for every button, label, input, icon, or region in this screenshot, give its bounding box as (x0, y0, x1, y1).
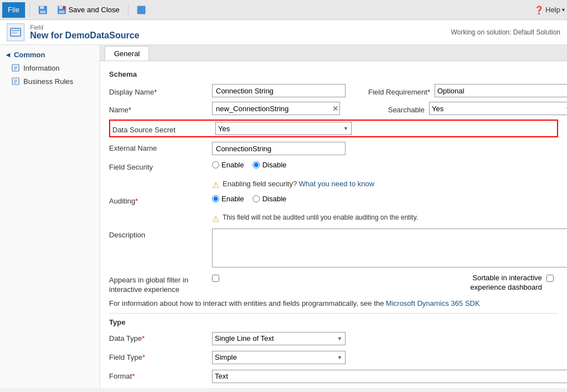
appears-label: Appears in global filter in interactive … (109, 274, 212, 295)
data-type-field: Single Line of Text Whole Number Floatin… (212, 332, 558, 345)
data-type-select[interactable]: Single Line of Text Whole Number Floatin… (212, 332, 346, 345)
data-type-wrapper: Single Line of Text Whole Number Floatin… (212, 332, 346, 345)
field-requirement-select[interactable]: Optional Business Required Business Reco… (435, 84, 567, 97)
field-security-disable-label[interactable]: Disable (253, 161, 286, 169)
name-row: Name* ✕ Searchable Yes No (109, 102, 558, 115)
description-row: Description (109, 229, 558, 269)
information-icon (11, 63, 20, 72)
page-header: Field New for DemoDataSource Working on … (0, 20, 567, 45)
auditing-enable-text: Enable (221, 195, 244, 203)
sdk-link[interactable]: Microsoft Dynamics 365 SDK (386, 299, 480, 307)
schema-section-header: Schema (109, 70, 558, 78)
sortable-col: Sortable in interactive experience dashb… (334, 274, 559, 292)
info-text-row: For information about how to interact wi… (109, 299, 558, 307)
help-label: Help (545, 6, 560, 14)
auditing-enable-radio[interactable] (212, 195, 219, 202)
display-name-input[interactable] (212, 84, 346, 97)
field-security-enable-text: Enable (221, 161, 244, 169)
field-security-row: Field Security Enable Disable (109, 161, 558, 175)
data-source-secret-label: Data Source Secret (112, 123, 215, 134)
external-name-field (212, 142, 558, 155)
searchable-label: Searchable (340, 103, 429, 114)
external-name-row: External Name (109, 142, 558, 156)
page-subtitle: Field (30, 24, 140, 31)
sidebar-item-business-rules[interactable]: Business Rules (0, 75, 100, 88)
form-content: Schema Display Name* Field Requirement* … (100, 61, 567, 388)
auditing-enable-label[interactable]: Enable (212, 195, 244, 203)
tab-general[interactable]: General (105, 46, 149, 61)
field-security-field: Enable Disable (212, 161, 558, 169)
main-layout: ◄ Common Information (0, 45, 567, 388)
field-type-select[interactable]: Simple Calculated Rollup (212, 351, 346, 364)
name-input[interactable] (212, 102, 340, 115)
format-select[interactable]: Text Email URL (212, 370, 567, 383)
help-dropdown-icon: ▾ (562, 7, 565, 13)
auditing-disable-label[interactable]: Disable (253, 195, 286, 203)
description-label: Description (109, 229, 212, 240)
svg-rect-2 (40, 11, 46, 13)
page-title: New for DemoDataSource (30, 31, 140, 41)
file-button[interactable]: File (2, 2, 25, 18)
auditing-radio-group: Enable Disable (212, 195, 287, 203)
data-type-row: Data Type* Single Line of Text Whole Num… (109, 332, 558, 346)
format-wrapper: Text Email URL (212, 370, 567, 383)
svg-rect-4 (59, 6, 63, 9)
field-security-warning-link[interactable]: What you need to know (299, 180, 374, 188)
extra-icon-button[interactable] (133, 2, 150, 18)
sortable-label: Sortable in interactive experience dashb… (435, 274, 546, 292)
svg-rect-8 (137, 6, 145, 14)
data-source-secret-row: Data Source Secret Yes No (109, 120, 558, 137)
save-icon-button[interactable] (34, 2, 51, 18)
field-type-row: Field Type* Simple Calculated Rollup (109, 351, 558, 365)
floppy-x-icon (57, 6, 66, 14)
data-type-label: Data Type* (109, 332, 212, 344)
tab-bar: General (100, 45, 567, 61)
svg-rect-11 (12, 32, 17, 33)
field-security-enable-radio[interactable] (212, 161, 219, 168)
name-clear-button[interactable]: ✕ (332, 104, 339, 113)
warning-icon-1: ⚠ (212, 180, 219, 190)
field-security-radio-group: Enable Disable (212, 161, 287, 169)
working-on-text: Working on solution: Default Solution (451, 28, 560, 36)
type-section-header: Type (109, 318, 558, 326)
sidebar: ◄ Common Information (0, 45, 100, 388)
save-close-button[interactable]: Save and Close (53, 2, 124, 18)
auditing-disable-radio[interactable] (253, 195, 260, 202)
header-icon (7, 23, 24, 41)
header-text: Field New for DemoDataSource (30, 24, 140, 41)
help-circle-icon: ❓ (534, 6, 544, 14)
field-security-enable-label[interactable]: Enable (212, 161, 244, 169)
auditing-field: Enable Disable (212, 195, 558, 203)
description-textarea[interactable] (212, 229, 567, 267)
format-row: Format* Text Email URL (109, 370, 558, 384)
field-security-warning-text: Enabling field security? What you need t… (223, 180, 374, 188)
help-button[interactable]: ❓ Help ▾ (534, 6, 565, 14)
display-name-required: * (154, 88, 157, 96)
appears-checkbox[interactable] (212, 275, 219, 282)
floppy-icon (38, 6, 47, 14)
field-requirement-label: Field Requirement* (346, 86, 435, 96)
field-type-field: Simple Calculated Rollup (212, 351, 558, 364)
searchable-select[interactable]: Yes No (429, 102, 567, 115)
field-type-label: Field Type* (109, 351, 212, 363)
field-type-wrapper: Simple Calculated Rollup (212, 351, 346, 364)
auditing-label: Auditing* (109, 195, 212, 206)
field-security-disable-radio[interactable] (253, 161, 260, 168)
data-source-secret-select[interactable]: Yes No (215, 122, 352, 135)
auditing-warning-text: This field will not be audited until you… (223, 214, 418, 221)
format-field: Text Email URL (212, 370, 567, 383)
svg-rect-1 (40, 6, 44, 9)
warning-icon-2: ⚠ (212, 214, 219, 224)
field-requirement-wrapper: Optional Business Required Business Reco… (435, 84, 567, 97)
field-requirement-right: Field Requirement* Optional Business Req… (346, 84, 567, 97)
toolbar-separator-1 (29, 3, 30, 17)
sidebar-collapse-icon[interactable]: ◄ (4, 51, 12, 59)
display-name-left: Display Name* (109, 84, 346, 97)
external-name-input[interactable] (212, 142, 346, 155)
auditing-warning-row: ⚠ This field will not be audited until y… (212, 214, 558, 224)
appears-global-filter-col: Appears in global filter in interactive … (109, 274, 334, 295)
sortable-checkbox[interactable] (546, 275, 554, 282)
format-label: Format* (109, 370, 212, 381)
sidebar-item-information[interactable]: Information (0, 61, 100, 75)
field-security-disable-text: Disable (262, 161, 286, 169)
